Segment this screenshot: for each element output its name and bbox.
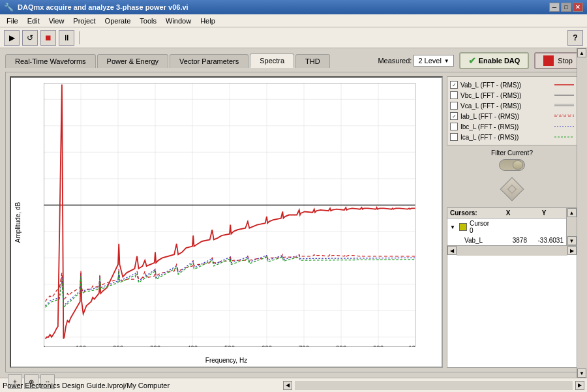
menu-view[interactable]: View [45, 16, 68, 25]
measured-label: Measured: [378, 57, 412, 65]
pause-button[interactable]: ⏸ [59, 30, 74, 46]
menu-edit[interactable]: Edit [23, 16, 44, 25]
y-axis-label: Amplitude, dB [14, 202, 22, 242]
abort-button[interactable]: ⏹ [40, 30, 56, 46]
legend-checkbox-vab[interactable] [450, 81, 458, 89]
main-content: Real-Time Waveforms Power & Energy Vecto… [0, 48, 587, 378]
stop-button[interactable]: Stop [534, 52, 582, 69]
legend-item-vbc: Vbc_L (FFT - (RMS)) [450, 90, 574, 100]
legend-checkbox-iab[interactable] [450, 112, 458, 120]
outer-scroll-down-button[interactable]: ▼ [577, 369, 586, 378]
cursors-scroll-left-button[interactable]: ◀ [447, 246, 457, 255]
toolbar-separator [79, 31, 80, 44]
menu-help[interactable]: Help [196, 16, 219, 25]
menu-operate[interactable]: Operate [101, 16, 135, 25]
outer-scroll-up-button[interactable]: ▲ [577, 48, 586, 57]
cursors-h-scroll-track [457, 246, 567, 256]
outer-scroll-track [577, 57, 587, 369]
cursors-section: Cursors: X Y ▼ Cursor 0 [447, 207, 577, 368]
cursors-scroll-right-button[interactable]: ▶ [567, 246, 577, 255]
minimize-button[interactable]: ─ [549, 3, 560, 12]
run-button[interactable]: ▶ [4, 30, 20, 46]
menu-window[interactable]: Window [162, 16, 195, 25]
legend-item-iab: Iab_L (FFT - (RMS)) [450, 111, 574, 121]
menu-file[interactable]: File [3, 16, 22, 25]
legend-checkbox-ica[interactable] [450, 133, 458, 141]
outer-scrollbar: ▲ ▼ [577, 48, 587, 378]
tab-spectra[interactable]: Spectra [250, 53, 294, 68]
legend-label-vbc: Vbc_L (FFT - (RMS)) [460, 92, 552, 99]
window-title: DAQmx acquire and analyze 3-phase power … [18, 3, 188, 11]
run-continuous-button[interactable]: ↺ [22, 30, 38, 46]
stop-label: Stop [558, 57, 573, 65]
filter-section: Filter Current? [447, 149, 577, 171]
maximize-button[interactable]: □ [561, 3, 571, 12]
filter-knob [513, 160, 523, 170]
tab-power-energy[interactable]: Power & Energy [97, 54, 168, 68]
chart-svg: 19.2656 10 0 -10 -20 -30 -40 -50 -60 -70… [44, 83, 415, 347]
tab-content: Amplitude, dB [5, 72, 582, 372]
legend-checkbox-vca[interactable] [450, 102, 458, 110]
dropdown-arrow-icon: ▼ [444, 58, 449, 64]
cursors-table-wrapper: Cursors: X Y ▼ Cursor 0 [447, 208, 577, 245]
menu-project[interactable]: Project [69, 16, 99, 25]
legend-line-ica [554, 133, 574, 141]
menu-tools[interactable]: Tools [136, 16, 160, 25]
checkmark-icon: ✔ [468, 55, 476, 66]
cursors-header-x: X [492, 209, 524, 217]
legend-label-ica: Ica_L (FFT - (RMS)) [460, 134, 552, 141]
cursor-sub-y-vab: -33.6031 [527, 237, 564, 244]
measured-value-dropdown[interactable]: 2 Level ▼ [414, 55, 453, 67]
cursors-scroll-up-button[interactable]: ▲ [567, 208, 577, 217]
cursor-expand-icon[interactable]: ▼ [450, 224, 457, 230]
cursors-header: Cursors: X Y [447, 208, 566, 219]
legend-line-vbc [554, 91, 574, 99]
enable-daq-button[interactable]: ✔ Enable DAQ [459, 52, 530, 69]
toolbar: ▶ ↺ ⏹ ⏸ ? [0, 27, 587, 48]
cursors-horizontal-scrollbar: ◀ ▶ [447, 245, 577, 256]
cursors-vertical-scrollbar: ▲ ▼ [566, 208, 577, 245]
cursor-row-0[interactable]: ▼ Cursor 0 [447, 219, 566, 235]
cursors-scroll-down-button[interactable]: ▼ [567, 236, 577, 245]
menu-bar: File Edit View Project Operate Tools Win… [0, 14, 587, 27]
legend-checkbox-vbc[interactable] [450, 91, 458, 99]
cursor-name-0: Cursor 0 [470, 220, 492, 234]
title-bar-controls: ─ □ ✕ [549, 3, 583, 12]
filter-toggle[interactable] [499, 159, 525, 171]
filter-current-label: Filter Current? [491, 149, 533, 157]
status-scroll-right-button[interactable]: ▶ [575, 381, 584, 390]
enable-daq-label: Enable DAQ [479, 57, 520, 65]
cursors-header-label: Cursors: [450, 209, 492, 217]
cursors-header-y: Y [524, 209, 564, 217]
chart-container: Amplitude, dB [10, 76, 443, 368]
tab-controls: Measured: 2 Level ▼ ✔ Enable DAQ Stop [378, 52, 582, 69]
legend-line-vca [554, 102, 574, 110]
legend-label-iab: Iab_L (FFT - (RMS)) [460, 113, 552, 120]
status-bar: Power Electronics Design Guide.lvproj/My… [0, 378, 587, 392]
legend-box: Vab_L (FFT - (RMS)) Vbc_L (FFT - (RMS)) [447, 76, 577, 145]
legend-label-vab: Vab_L (FFT - (RMS)) [460, 82, 552, 89]
measured-value: 2 Level [418, 57, 441, 65]
legend-line-ibc [554, 123, 574, 130]
measured-dropdown[interactable]: Measured: 2 Level ▼ [378, 55, 453, 67]
close-button[interactable]: ✕ [573, 3, 583, 12]
status-scroll-left-button[interactable]: ◀ [283, 381, 292, 390]
cursor-sub-x-vab: 3878 [497, 237, 527, 244]
tab-vector-parameters[interactable]: Vector Parameters [170, 54, 248, 68]
cursors-table: Cursors: X Y ▼ Cursor 0 [447, 208, 566, 245]
legend-line-vab [554, 81, 574, 89]
cursor-color-swatch [459, 223, 467, 231]
cursor-sub-row-vab: Vab_L 3878 -33.6031 [447, 235, 566, 245]
tab-bar: Real-Time Waveforms Power & Energy Vecto… [5, 52, 582, 69]
legend-item-vab: Vab_L (FFT - (RMS)) [450, 80, 574, 90]
help-button[interactable]: ? [567, 30, 583, 46]
cursor-sub-name-vab: Vab_L [464, 237, 497, 244]
stop-icon [543, 55, 554, 66]
status-hscroll-track [295, 381, 573, 390]
legend-checkbox-ibc[interactable] [450, 123, 458, 130]
tab-real-time-waveforms[interactable]: Real-Time Waveforms [5, 54, 96, 68]
diamond-button[interactable] [500, 177, 524, 201]
x-axis-label: Frequency, Hz [205, 357, 247, 364]
status-path: Power Electronics Design Guide.lvproj/My… [3, 382, 280, 389]
tab-thd[interactable]: THD [295, 54, 330, 68]
